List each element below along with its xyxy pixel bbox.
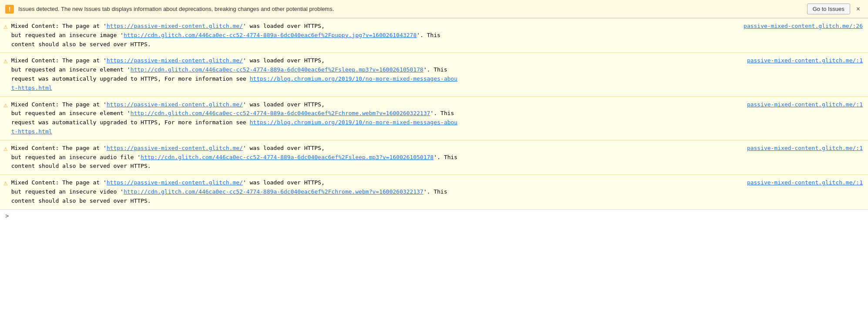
warn-triangle-icon: ⚠ <box>3 101 8 109</box>
more-info-link-2[interactable]: https://blog.chromium.org/2019/10/no-mor… <box>11 75 458 91</box>
warn-triangle-icon: ⚠ <box>3 179 8 187</box>
message-row: ⚠ passive-mixed-content.glitch.me/:1 Mix… <box>0 175 868 209</box>
message-body: passive-mixed-content.glitch.me/:1 Mixed… <box>11 178 863 205</box>
go-to-issues-button[interactable]: Go to Issues <box>807 3 850 14</box>
page-url-link-2[interactable]: https://passive-mixed-content.glitch.me/ <box>107 57 243 64</box>
close-button[interactable]: × <box>854 4 863 14</box>
warn-triangle-icon: ⚠ <box>3 144 8 153</box>
message-body: passive-mixed-content.glitch.me/:1 Mixed… <box>11 100 863 136</box>
console-content: ⚠ passive-mixed-content.glitch.me/:26 Mi… <box>0 18 868 209</box>
warning-icon: ! <box>5 5 14 14</box>
insecure-url-link-4[interactable]: http://cdn.glitch.com/446ca0ec-cc52-4774… <box>141 154 434 160</box>
message-row: ⚠ passive-mixed-content.glitch.me/:1 Mix… <box>0 97 868 140</box>
message-body: passive-mixed-content.glitch.me/:1 Mixed… <box>11 56 863 92</box>
more-info-link-3[interactable]: https://blog.chromium.org/2019/10/no-mor… <box>11 119 458 135</box>
insecure-url-link-1[interactable]: http://cdn.glitch.com/446ca0ec-cc52-4774… <box>124 32 417 38</box>
source-location-link-5[interactable]: passive-mixed-content.glitch.me/:1 <box>747 178 863 187</box>
message-row: ⚠ passive-mixed-content.glitch.me/:26 Mi… <box>0 18 868 53</box>
page-url-link-3[interactable]: https://passive-mixed-content.glitch.me/ <box>107 101 243 108</box>
source-location-link-1[interactable]: passive-mixed-content.glitch.me/:26 <box>744 22 863 31</box>
insecure-url-link-3[interactable]: http://cdn.glitch.com/446ca0ec-cc52-4774… <box>131 110 431 116</box>
issues-banner: ! Issues detected. The new Issues tab di… <box>0 0 868 18</box>
page-url-link-1[interactable]: https://passive-mixed-content.glitch.me/ <box>107 23 243 29</box>
insecure-url-link-2[interactable]: http://cdn.glitch.com/446ca0ec-cc52-4774… <box>131 66 424 73</box>
page-url-link-5[interactable]: https://passive-mixed-content.glitch.me/ <box>107 179 243 186</box>
insecure-url-link-5[interactable]: http://cdn.glitch.com/446ca0ec-cc52-4774… <box>124 188 424 195</box>
warn-triangle-icon: ⚠ <box>3 57 8 65</box>
chevron-right-icon[interactable]: > <box>5 212 9 219</box>
source-location-link-3[interactable]: passive-mixed-content.glitch.me/:1 <box>747 100 863 109</box>
page-url-link-4[interactable]: https://passive-mixed-content.glitch.me/ <box>107 145 243 151</box>
source-location-link-2[interactable]: passive-mixed-content.glitch.me/:1 <box>747 56 863 65</box>
source-location-link-4[interactable]: passive-mixed-content.glitch.me/:1 <box>747 144 863 153</box>
console-footer: > <box>0 209 868 222</box>
message-row: ⚠ passive-mixed-content.glitch.me/:1 Mix… <box>0 140 868 175</box>
banner-text: Issues detected. The new Issues tab disp… <box>18 6 334 12</box>
warn-triangle-icon: ⚠ <box>3 22 8 31</box>
message-row: ⚠ passive-mixed-content.glitch.me/:1 Mix… <box>0 53 868 96</box>
message-body: passive-mixed-content.glitch.me/:1 Mixed… <box>11 144 863 171</box>
message-body: passive-mixed-content.glitch.me/:26 Mixe… <box>11 22 863 49</box>
